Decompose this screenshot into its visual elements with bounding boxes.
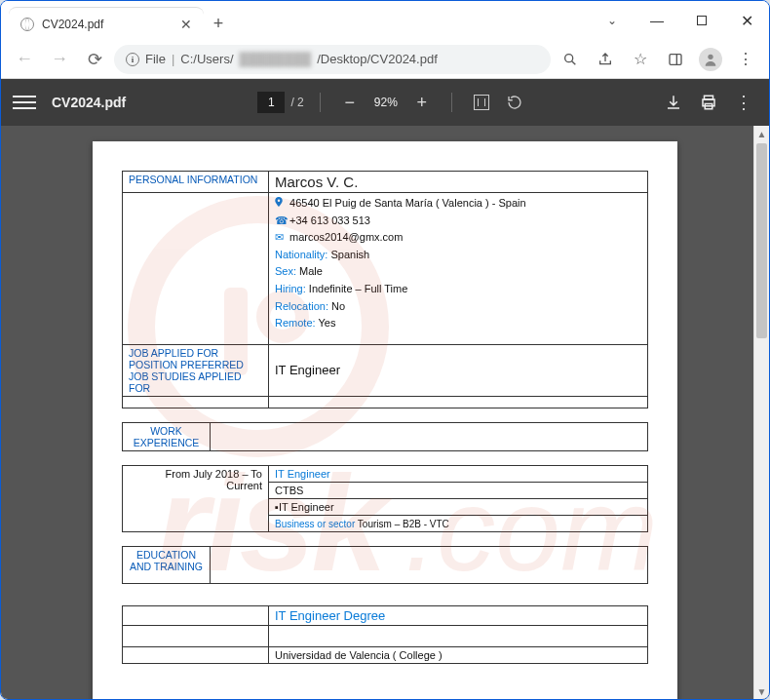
bookmark-icon[interactable]: ☆	[625, 44, 656, 75]
cv-reloc-key: Relocation:	[275, 300, 328, 312]
back-button[interactable]: ←	[9, 44, 40, 75]
svg-point-0	[565, 54, 573, 61]
pdf-right-controls: ⋮	[660, 89, 757, 116]
cv-address: 46540 El Puig de Santa María ( Valencia …	[289, 197, 526, 209]
phone-icon: ☎	[275, 213, 285, 230]
minimize-button[interactable]: —	[635, 1, 679, 40]
cv-work-entry: From July 2018 – To Current IT Engineer …	[122, 465, 648, 532]
close-window-button[interactable]: ✕	[724, 1, 769, 40]
toolbar: ← → ⟳ i File | C:/Users/████████/Desktop…	[1, 40, 769, 79]
scroll-up-icon[interactable]: ▲	[754, 126, 769, 141]
share-icon[interactable]	[590, 44, 621, 75]
url-scheme: File	[145, 52, 166, 66]
reload-button[interactable]: ⟳	[79, 44, 110, 75]
cv-job-applied: IT Engineer	[269, 344, 648, 396]
browser-tab[interactable]: CV2024.pdf ✕	[9, 7, 204, 40]
svg-line-1	[572, 60, 576, 64]
pin-icon	[275, 195, 285, 213]
globe-icon	[20, 18, 34, 31]
url-separator: |	[172, 52, 174, 66]
url-path-redacted: ████████	[240, 52, 312, 66]
avatar-icon	[699, 48, 722, 71]
cv-reloc-val: No	[328, 300, 345, 312]
address-bar[interactable]: i File | C:/Users/████████/Desktop/CV202…	[114, 45, 551, 74]
mail-icon: ✉	[275, 229, 285, 247]
cv-sex-val: Male	[296, 265, 323, 277]
url-path-pre: C:/Users/	[180, 52, 233, 66]
download-button[interactable]	[660, 89, 687, 116]
cv-phone: +34 613 033 513	[289, 214, 370, 226]
menu-button[interactable]: ⋮	[730, 44, 761, 75]
cv-contact-block: 46540 El Puig de Santa María ( Valencia …	[269, 193, 648, 345]
cv-work-header: WORK EXPERIENCE	[122, 422, 648, 451]
print-button[interactable]	[695, 89, 722, 116]
cv-name: Marcos V. C.	[275, 174, 358, 190]
pdf-menu-icon[interactable]	[13, 96, 36, 109]
cv-nat-key: Nationality:	[275, 249, 327, 260]
zoom-level: 92%	[369, 96, 403, 109]
page-total: / 2	[290, 96, 303, 109]
new-tab-button[interactable]: +	[204, 7, 233, 40]
section-edu-label: EDUCATION AND TRAINING	[123, 546, 211, 583]
cv-work-dates: From July 2018 – To Current	[123, 465, 269, 531]
zoom-out-button[interactable]: −	[336, 89, 364, 116]
search-icon[interactable]	[555, 44, 586, 75]
pdf-toolbar: CV2024.pdf / 2 − 92% + ⋮	[1, 79, 769, 126]
section-work-label: WORK EXPERIENCE	[123, 422, 211, 450]
cv-sex-key: Sex:	[275, 265, 296, 277]
cv-personal-table: PERSONAL INFORMATION Marcos V. C. 46540 …	[122, 171, 648, 408]
cv-work-title: IT Engineer	[269, 465, 648, 482]
tab-title: CV2024.pdf	[42, 18, 103, 31]
pdf-center-controls: / 2 − 92% +	[257, 89, 527, 116]
rotate-button[interactable]	[501, 89, 528, 116]
svg-rect-2	[670, 54, 681, 64]
pdf-viewer[interactable]: risk .com PERSONAL INFORMATION Marcos V.…	[1, 126, 769, 699]
cv-email: marcos2014@gmx.com	[289, 231, 403, 243]
zoom-in-button[interactable]: +	[408, 89, 436, 116]
vertical-scrollbar[interactable]: ▲ ▼	[753, 126, 769, 699]
section-personal-label: PERSONAL INFORMATION	[123, 172, 269, 193]
cv-edu-title: IT Engineer Degree	[269, 605, 648, 625]
cv-remote-val: Yes	[316, 317, 336, 329]
tabs-dropdown-icon[interactable]: ⌄	[590, 1, 635, 40]
cv-edu-school: Universidad de Valencia ( College )	[269, 646, 648, 663]
svg-point-4	[708, 54, 712, 58]
scroll-down-icon[interactable]: ▼	[754, 683, 769, 699]
cv-edu-header: EDUCATION AND TRAINING	[122, 546, 648, 584]
forward-button[interactable]: →	[44, 44, 75, 75]
cv-work-role: ▪IT Engineer	[269, 498, 648, 515]
profile-button[interactable]	[695, 44, 726, 75]
cv-work-sector-val: Tourism – B2B - VTC	[355, 519, 449, 529]
window-controls: ⌄ — ✕	[590, 1, 769, 40]
sidepanel-icon[interactable]	[660, 44, 691, 75]
browser-window: CV2024.pdf ✕ + ⌄ — ✕ ← → ⟳ i File | C:/U…	[0, 0, 770, 700]
url-path-post: /Desktop/CV2024.pdf	[317, 52, 438, 66]
cv-work-sector-key: Business or sector	[275, 519, 355, 529]
cv-hiring-val: Indefinite – Full Time	[306, 283, 408, 294]
maximize-button[interactable]	[679, 1, 724, 40]
scroll-thumb[interactable]	[756, 143, 767, 338]
pdf-page: risk .com PERSONAL INFORMATION Marcos V.…	[93, 141, 677, 699]
pdf-more-button[interactable]: ⋮	[730, 89, 757, 116]
cv-remote-key: Remote:	[275, 317, 316, 329]
tab-close-icon[interactable]: ✕	[180, 17, 192, 32]
file-info-icon: i	[126, 53, 139, 66]
titlebar: CV2024.pdf ✕ + ⌄ — ✕	[1, 1, 769, 40]
cv-nat-val: Spanish	[327, 249, 369, 260]
cv-edu-entry: IT Engineer Degree Universidad de Valenc…	[122, 605, 648, 664]
pdf-filename: CV2024.pdf	[52, 95, 126, 110]
toolbar-icons: ☆ ⋮	[555, 44, 761, 75]
section-job-label: JOB APPLIED FOR POSITION PREFERRED JOB S…	[123, 344, 269, 396]
cv-work-company: CTBS	[269, 482, 648, 498]
page-number-input[interactable]	[257, 92, 285, 113]
fit-page-button[interactable]	[468, 89, 495, 116]
cv-hiring-key: Hiring:	[275, 283, 306, 294]
